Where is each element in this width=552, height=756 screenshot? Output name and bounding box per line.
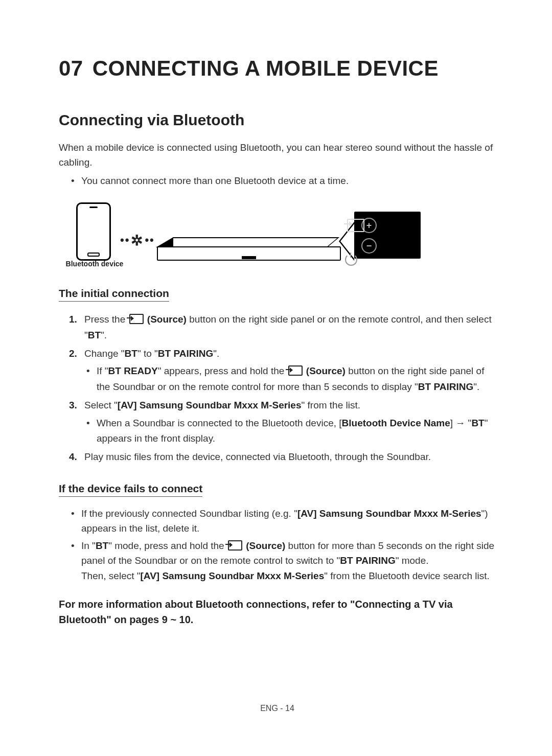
initial-connection-heading: The initial connection xyxy=(59,287,169,302)
bluetooth-icon: ✲ xyxy=(130,233,145,248)
step-1: Press the (Source) button on the right s… xyxy=(69,312,496,343)
soundbar-icon xyxy=(156,237,340,259)
intro-bullets: You cannot connect more than one Bluetoo… xyxy=(69,173,496,188)
power-icon xyxy=(345,254,357,266)
source-icon xyxy=(228,540,242,551)
step-2-sub: If "BT READY" appears, press and hold th… xyxy=(84,363,496,395)
step-3-sub-item: When a Soundbar is connected to the Blue… xyxy=(84,416,496,447)
initial-steps: Press the (Source) button on the right s… xyxy=(69,312,496,465)
connection-diagram: Bluetooth device ••✲•• + − xyxy=(59,202,496,269)
phone-icon xyxy=(76,202,111,261)
intro-paragraph: When a mobile device is connected using … xyxy=(59,140,496,170)
bluetooth-device-label: Bluetooth device xyxy=(59,260,130,268)
chapter-number: 07 xyxy=(59,56,83,80)
fails-bullets: If the previously connected Soundbar lis… xyxy=(69,506,496,583)
bluetooth-waves: ••✲•• xyxy=(120,232,155,249)
soundbar-side-panel: + − xyxy=(354,212,421,259)
manual-page: 07CONNECTING A MOBILE DEVICE Connecting … xyxy=(0,0,552,754)
fails-bullet-2: In "BT" mode, press and hold the (Source… xyxy=(69,538,496,583)
more-info-note: For more information about Bluetooth con… xyxy=(59,597,496,627)
intro-bullet-item: You cannot connect more than one Bluetoo… xyxy=(69,173,496,188)
step-4: Play music files from the device, connec… xyxy=(69,449,496,465)
volume-down-icon: − xyxy=(361,238,377,254)
step-2: Change "BT" to "BT PAIRING". If "BT READ… xyxy=(69,346,496,395)
fails-bullet-1: If the previously connected Soundbar lis… xyxy=(69,506,496,536)
chapter-heading: 07CONNECTING A MOBILE DEVICE xyxy=(59,56,496,81)
step-3: Select "[AV] Samsung Soundbar Mxxx M-Ser… xyxy=(69,398,496,446)
source-icon xyxy=(347,219,364,232)
fails-heading: If the device fails to connect xyxy=(59,483,202,497)
step-2-sub-item: If "BT READY" appears, press and hold th… xyxy=(84,363,496,395)
page-footer: ENG - 14 xyxy=(59,704,496,713)
section-heading: Connecting via Bluetooth xyxy=(59,111,496,129)
source-icon xyxy=(129,314,144,324)
source-icon xyxy=(288,365,303,376)
step-3-sub: When a Soundbar is connected to the Blue… xyxy=(84,416,496,447)
chapter-title: CONNECTING A MOBILE DEVICE xyxy=(93,56,439,80)
